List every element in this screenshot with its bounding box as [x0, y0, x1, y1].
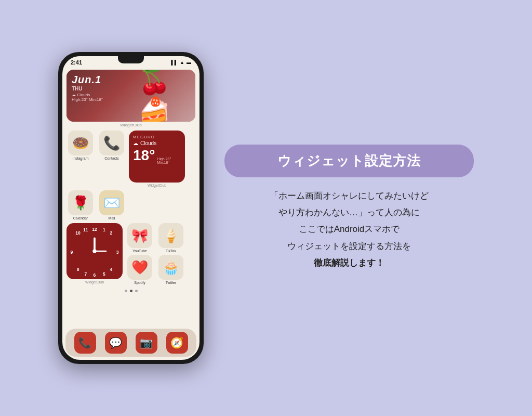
spotify-twitter-row: ❤️ Spotify 🧁 Twitter — [126, 255, 185, 284]
date-weather-banner: Jun.1 THU ☁ Clouds High:23° Min:18° 🍒🍰 — [66, 70, 195, 122]
battery-icon: ▬ — [187, 60, 191, 65]
icon-pair-right: 🎀 YouTube 🍦 TikTok ❤️ — [126, 223, 185, 284]
tiktok-label: TikTok — [166, 249, 176, 253]
dock-phone[interactable]: 📞 — [74, 332, 96, 354]
dot-1 — [125, 290, 127, 292]
phone-screen: 2:41 ▌▌ ▲ ▬ Jun.1 — [62, 56, 200, 360]
spotify-app[interactable]: ❤️ Spotify — [126, 255, 154, 284]
svg-text:11: 11 — [83, 227, 88, 232]
desc-line4: ウィジェットを設定する方法を — [287, 241, 411, 251]
clock-widget-label: WidgetClub — [66, 280, 123, 284]
dot-2 — [130, 290, 132, 292]
phone-wrapper: 2:41 ▌▌ ▲ ▬ Jun.1 — [58, 52, 204, 364]
banner-day: THU — [72, 86, 103, 92]
youtube-app[interactable]: 🎀 YouTube — [126, 223, 154, 253]
weather-widget: Meguro ☁ Clouds 18° High:23° Min:18° — [129, 131, 185, 183]
tiktok-app[interactable]: 🍦 TikTok — [157, 223, 185, 253]
cloud-icon: ☁ — [133, 140, 138, 146]
clock-face: 12 3 6 9 2 10 8 4 11 1 — [66, 223, 123, 279]
status-time: 2:41 — [71, 59, 82, 66]
svg-text:6: 6 — [94, 272, 96, 278]
dot-3 — [135, 290, 138, 292]
calendar-app[interactable]: 🌹 Calendar — [66, 190, 95, 220]
tiktok-icon: 🍦 — [158, 223, 183, 248]
app-row-1: 🍩 Instagram 📞 Contacts Meguro — [66, 131, 195, 187]
right-panel: ウィジェット設定方法 「ホーム画面オシャレにしてみたいけど やり方わかんない…」… — [224, 145, 474, 271]
clock-widget: 12 3 6 9 2 10 8 4 11 1 — [66, 223, 123, 279]
banner-weather: ☁ Clouds High:23° Min:18° — [72, 93, 103, 102]
calendar-label: Calendar — [73, 216, 88, 220]
svg-text:1: 1 — [103, 227, 105, 232]
notch — [118, 56, 144, 63]
page-dots — [66, 290, 195, 292]
svg-text:4: 4 — [110, 267, 113, 272]
svg-text:9: 9 — [70, 250, 73, 255]
youtube-label: YouTube — [132, 249, 147, 253]
banner-background: Jun.1 THU ☁ Clouds High:23° Min:18° 🍒🍰 — [66, 70, 195, 122]
weather-temp: 18° — [133, 147, 155, 164]
banner-source-label: WidgetClub — [66, 123, 195, 127]
dock-browser[interactable]: 🧭 — [166, 332, 188, 354]
calendar-icon: 🌹 — [68, 190, 93, 215]
svg-text:5: 5 — [103, 271, 105, 277]
status-bar: 2:41 ▌▌ ▲ ▬ — [62, 56, 200, 67]
banner-widget: Jun.1 THU ☁ Clouds High:23° Min:18° 🍒🍰 — [66, 70, 195, 127]
contacts-app[interactable]: 📞 Contacts — [98, 131, 126, 160]
svg-text:12: 12 — [92, 227, 97, 232]
wifi-icon: ▲ — [180, 60, 184, 65]
twitter-app[interactable]: 🧁 Twitter — [157, 255, 185, 284]
contacts-icon: 📞 — [99, 131, 124, 155]
main-container: 2:41 ▌▌ ▲ ▬ Jun.1 — [0, 0, 532, 416]
page-title: ウィジェット設定方法 — [277, 153, 421, 168]
dock-camera[interactable]: 📷 — [136, 332, 157, 354]
status-icons: ▌▌ ▲ ▬ — [171, 60, 191, 65]
title-badge: ウィジェット設定方法 — [224, 145, 474, 177]
mail-label: Mail — [109, 216, 115, 220]
weather-city: Meguro — [133, 135, 181, 139]
desc-line1: 「ホーム画面オシャレにしてみたいけど — [270, 191, 429, 201]
desc-line5: 徹底解説します！ — [314, 258, 384, 268]
instagram-label: Instagram — [72, 157, 88, 160]
contacts-label: Contacts — [104, 157, 119, 160]
weather-widget-label: WidgetClub — [129, 184, 185, 187]
svg-text:3: 3 — [116, 250, 119, 255]
spotify-icon: ❤️ — [127, 255, 152, 280]
instagram-icon: 🍩 — [68, 131, 93, 155]
desc-line2: やり方わかんない…」って人の為に — [278, 207, 420, 217]
svg-text:8: 8 — [77, 267, 79, 272]
svg-text:7: 7 — [84, 271, 87, 277]
youtube-icon: 🎀 — [127, 223, 152, 248]
desc-line3: ここではAndroidスマホで — [299, 224, 400, 234]
mail-icon: ✉️ — [99, 190, 124, 215]
svg-text:2: 2 — [110, 230, 113, 236]
description-text: 「ホーム画面オシャレにしてみたいけど やり方わかんない…」って人の為に ここでは… — [224, 188, 474, 271]
twitter-label: Twitter — [166, 281, 177, 284]
mail-app[interactable]: ✉️ Mail — [98, 190, 126, 220]
svg-point-14 — [92, 249, 96, 253]
home-screen: Jun.1 THU ☁ Clouds High:23° Min:18° 🍒🍰 — [62, 67, 200, 329]
signal-icon: ▌▌ — [171, 60, 178, 65]
weather-icon-row: ☁ Clouds — [133, 140, 181, 146]
clock-widget-wrap: 12 3 6 9 2 10 8 4 11 1 — [66, 223, 123, 284]
app-row-2: 🌹 Calendar ✉️ Mail — [66, 190, 195, 220]
spotify-label: Spotify — [134, 281, 145, 284]
banner-date-info: Jun.1 THU ☁ Clouds High:23° Min:18° — [72, 74, 103, 102]
banner-date: Jun.1 — [72, 74, 103, 86]
twitter-icon: 🧁 — [158, 255, 183, 280]
weather-widget-wrap: Meguro ☁ Clouds 18° High:23° Min:18° — [129, 131, 185, 187]
svg-text:10: 10 — [75, 230, 81, 236]
instagram-app[interactable]: 🍩 Instagram — [66, 131, 95, 160]
banner-decoration: 🍒🍰 — [138, 70, 195, 122]
dock: 📞 💬 📷 🧭 — [65, 329, 196, 357]
weather-detail: High:23° Min:18° — [157, 157, 171, 164]
clouds-text: Clouds — [140, 140, 156, 146]
youtube-tiktok-row: 🎀 YouTube 🍦 TikTok — [126, 223, 185, 253]
app-row-3: 12 3 6 9 2 10 8 4 11 1 — [66, 223, 195, 284]
dock-messages[interactable]: 💬 — [105, 332, 127, 354]
phone-frame: 2:41 ▌▌ ▲ ▬ Jun.1 — [58, 52, 204, 364]
